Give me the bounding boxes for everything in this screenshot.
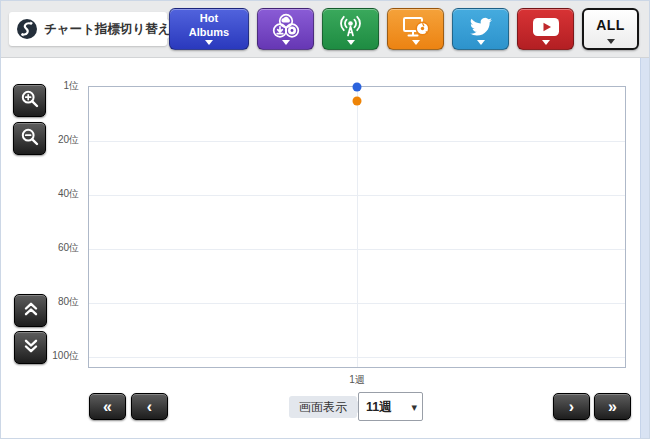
sales-indicator-button[interactable] <box>257 8 314 50</box>
chart-widget: チャート指標切り替え Hot Albums <box>0 0 650 439</box>
prev-page-button[interactable]: ‹ <box>131 393 168 420</box>
last-page-button[interactable]: » <box>594 393 631 420</box>
next-page-button[interactable]: › <box>553 393 590 420</box>
topbar: チャート指標切り替え Hot Albums <box>1 1 649 58</box>
y-tick-label: 60位 <box>58 241 79 255</box>
display-range-label: 画面表示 <box>289 396 357 418</box>
lookup-indicator-button[interactable] <box>387 8 444 50</box>
caret-down-icon <box>205 40 213 45</box>
all-label: ALL <box>596 17 625 33</box>
plot-area <box>88 86 626 368</box>
caret-down-icon <box>347 40 355 45</box>
x-tick-label: 1週 <box>349 373 365 387</box>
caret-down-icon <box>412 40 420 45</box>
hot-albums-label: Hot Albums <box>183 12 235 38</box>
radio-indicator-button[interactable] <box>322 8 379 50</box>
caret-down-icon <box>477 40 485 45</box>
indicator-buttons: Hot Albums <box>169 8 639 50</box>
caret-down-icon <box>607 39 615 44</box>
y-tick-label: 80位 <box>58 295 79 309</box>
chart-switch-icon <box>16 18 38 40</box>
data-point-series-blue <box>353 83 362 92</box>
right-scroll-strip <box>640 58 649 438</box>
first-page-button[interactable]: « <box>89 393 126 420</box>
youtube-icon <box>532 17 560 42</box>
y-tick-label: 20位 <box>58 133 79 147</box>
v-gridline <box>357 87 358 367</box>
display-range-select[interactable]: 11週 <box>358 392 423 421</box>
display-range-select-wrap: 11週 <box>358 392 423 421</box>
all-indicator-button[interactable]: ALL <box>582 8 639 50</box>
y-tick-label: 100位 <box>52 349 79 363</box>
data-point-series-orange <box>353 96 362 105</box>
y-axis-labels: 1位20位40位60位80位100位 <box>1 86 82 368</box>
hot-albums-button[interactable]: Hot Albums <box>169 8 249 50</box>
chart-indicator-switch-label: チャート指標切り替え <box>9 12 167 46</box>
chart-indicator-switch-text: チャート指標切り替え <box>44 21 170 38</box>
caret-down-icon <box>542 40 550 45</box>
caret-down-icon <box>282 40 290 45</box>
y-tick-label: 40位 <box>58 187 79 201</box>
youtube-indicator-button[interactable] <box>517 8 574 50</box>
y-tick-label: 1位 <box>63 79 79 93</box>
x-axis-labels: 1週 <box>88 373 626 387</box>
twitter-indicator-button[interactable] <box>452 8 509 50</box>
